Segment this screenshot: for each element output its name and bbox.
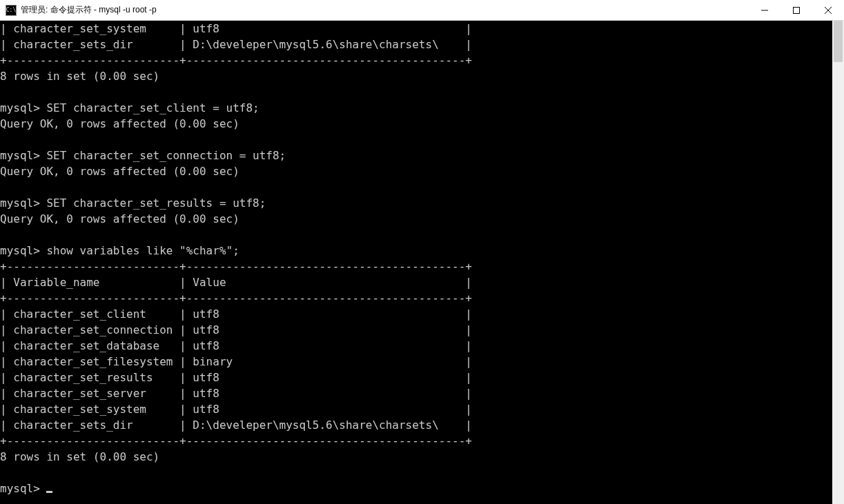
terminal-container: | character_set_system | utf8 | | charac…	[0, 21, 844, 504]
terminal-cursor	[46, 491, 52, 493]
minimize-button[interactable]	[749, 0, 781, 20]
window-controls	[749, 0, 844, 20]
terminal-output[interactable]: | character_set_system | utf8 | | charac…	[0, 21, 832, 504]
close-button[interactable]	[812, 0, 844, 20]
window-titlebar: C:\ 管理员: 命令提示符 - mysql -u root -p	[0, 0, 844, 21]
window-icon: C:\	[6, 5, 17, 16]
vertical-scrollbar[interactable]	[832, 21, 844, 504]
scrollbar-thumb[interactable]	[834, 21, 843, 62]
maximize-button[interactable]	[781, 0, 812, 20]
svg-rect-1	[794, 7, 800, 13]
window-title: 管理员: 命令提示符 - mysql -u root -p	[21, 4, 749, 16]
